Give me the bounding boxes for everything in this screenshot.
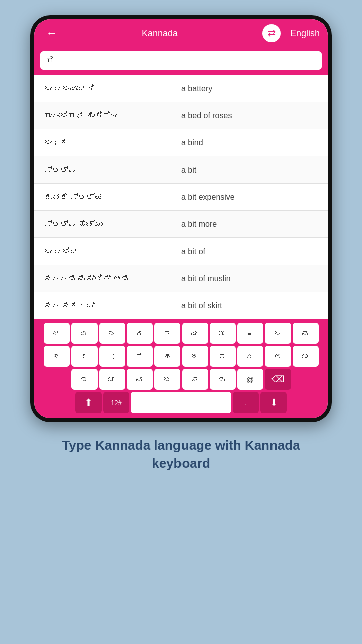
keyboard-key[interactable]: ಣ — [293, 346, 319, 367]
keyboard-key[interactable]: ಲ — [237, 346, 263, 367]
kannada-text: ಒಂದು ಬ್ಯಾಟರಿ — [44, 84, 181, 93]
english-text: a bit more — [181, 220, 318, 229]
keyboard-row-4: ⬆ 12# . ⬇ — [36, 392, 326, 413]
table-row[interactable]: ದುಬಾರಿ ಸ್ಲಲ್ಪa bit expensive — [34, 184, 328, 211]
table-row[interactable]: ಬಂಧಕa bind — [34, 129, 328, 156]
keyboard-key[interactable]: ನ — [182, 369, 208, 390]
back-button[interactable]: ← — [42, 23, 61, 44]
english-text: a bit of muslin — [181, 274, 318, 283]
phone-frame: ← Kannada ⇄ English ಒಂದು ಬ್ಯಾಟರಿa batter… — [30, 15, 332, 422]
keyboard-key[interactable]: ಕ — [210, 346, 236, 367]
english-text: a bed of roses — [181, 111, 318, 120]
kannada-text: ಗುಲಾಬಿಗಳ ಹಾಸಿಗೆಯ — [44, 111, 181, 120]
keyboard-key[interactable]: ಜ — [182, 346, 208, 367]
english-text: a bind — [181, 138, 318, 147]
kannada-text: ಸ್ಲ ಸ್ಕರ್ಟ್ — [44, 301, 181, 310]
kannada-text: ಸ್ಲಲ್ಪ ಹೆಚ್ಚು — [44, 220, 181, 229]
space-key[interactable] — [131, 392, 231, 413]
keyboard-key[interactable]: ಬ — [154, 369, 180, 390]
keyboard-key[interactable]: ವ — [127, 369, 153, 390]
keyboard-key[interactable]: ಉ — [210, 323, 236, 344]
english-text: a bit of skirt — [181, 301, 318, 310]
swap-button[interactable]: ⇄ — [262, 24, 281, 42]
keyboard-key[interactable]: ಇ — [237, 323, 263, 344]
table-row[interactable]: ಒಂದು ಬ್ಯಾಟರಿa battery — [34, 75, 328, 102]
table-row[interactable]: ಗುಲಾಬಿಗಳ ಹಾಸಿಗೆಯa bed of roses — [34, 102, 328, 129]
english-text: a battery — [181, 84, 318, 93]
caption-text: Type Kannada language with Kannada keybo… — [50, 436, 312, 473]
search-bar — [34, 47, 328, 75]
table-row[interactable]: ಸ್ಲಲ್ಪ ಮಸ್ಲಿನ್ ಆಫ್a bit of muslin — [34, 265, 328, 292]
keyboard-key[interactable]: ಟ — [44, 323, 70, 344]
keyboard-key[interactable]: ಷ — [71, 369, 98, 390]
keyboard-row-2: ಸದಃಗಹಜಕಲಅಣ — [36, 346, 326, 367]
keyboard-row-3: ಷಚವಬನಮ@⌫ — [36, 369, 326, 390]
num-key[interactable]: 12# — [103, 392, 129, 413]
keyboard-key[interactable]: ದ — [71, 346, 98, 367]
keyboard-key[interactable]: ಪ — [293, 323, 319, 344]
keyboard-row-1: ಟಡಎರತಯಉಇಒಪ — [36, 323, 326, 344]
english-text: a bit — [181, 166, 318, 175]
keyboard-key[interactable]: ಒ — [265, 323, 291, 344]
hide-keyboard-button[interactable]: ⬇ — [260, 392, 287, 413]
english-text: a bit expensive — [181, 193, 318, 202]
keyboard-key[interactable]: ಎ — [99, 323, 125, 344]
keyboard-key[interactable]: ಅ — [265, 346, 291, 367]
search-input[interactable] — [40, 51, 322, 70]
results-list: ಒಂದು ಬ್ಯಾಟರಿa batteryಗುಲಾಬಿಗಳ ಹಾಸಿಗೆಯa b… — [34, 75, 328, 319]
kannada-text: ಸ್ಲಲ್ಪ ಮಸ್ಲಿನ್ ಆಫ್ — [44, 274, 181, 283]
table-row[interactable]: ಒಂದು ಬಿಟ್a bit of — [34, 238, 328, 265]
kannada-text: ಒಂದು ಬಿಟ್ — [44, 247, 181, 256]
keyboard-key[interactable]: ಯ — [182, 323, 208, 344]
keyboard-key[interactable]: ಸ — [44, 346, 70, 367]
kannada-text: ಸ್ಲಲ್ಪ — [44, 166, 181, 175]
table-row[interactable]: ಸ್ಲಲ್ಪ ಹೆಚ್ಚುa bit more — [34, 211, 328, 238]
kannada-text: ದುಬಾರಿ ಸ್ಲಲ್ಪ — [44, 193, 181, 202]
backspace-key[interactable]: ⌫ — [265, 369, 291, 390]
kannada-text: ಬಂಧಕ — [44, 138, 181, 147]
keyboard-key[interactable]: ಗ — [127, 346, 153, 367]
keyboard-key[interactable]: ರ — [127, 323, 153, 344]
keyboard-key[interactable]: ಃ — [99, 346, 125, 367]
phone-screen: ← Kannada ⇄ English ಒಂದು ಬ್ಯಾಟರಿa batter… — [34, 19, 328, 418]
table-row[interactable]: ಸ್ಲಲ್ಪa bit — [34, 156, 328, 184]
keyboard-key[interactable]: ಚ — [99, 369, 125, 390]
english-text: a bit of — [181, 247, 318, 256]
target-language: English — [285, 28, 320, 39]
keyboard-key[interactable]: ಡ — [71, 323, 98, 344]
keyboard: ಟಡಎರತಯಉಇಒಪ ಸದಃಗಹಜಕಲಅಣ ಷಚವಬನಮ@⌫ ⬆ 12# . ⬇ — [34, 319, 328, 418]
keyboard-key[interactable]: @ — [237, 369, 263, 390]
keyboard-key[interactable]: ಮ — [210, 369, 236, 390]
top-bar: ← Kannada ⇄ English — [34, 19, 328, 47]
keyboard-key[interactable]: ತ — [154, 323, 180, 344]
shift-key[interactable]: ⬆ — [75, 392, 102, 413]
keyboard-key[interactable]: ಹ — [154, 346, 180, 367]
dot-key[interactable]: . — [233, 392, 259, 413]
app-title: Kannada — [61, 28, 258, 39]
table-row[interactable]: ಸ್ಲ ಸ್ಕರ್ಟ್a bit of skirt — [34, 292, 328, 319]
